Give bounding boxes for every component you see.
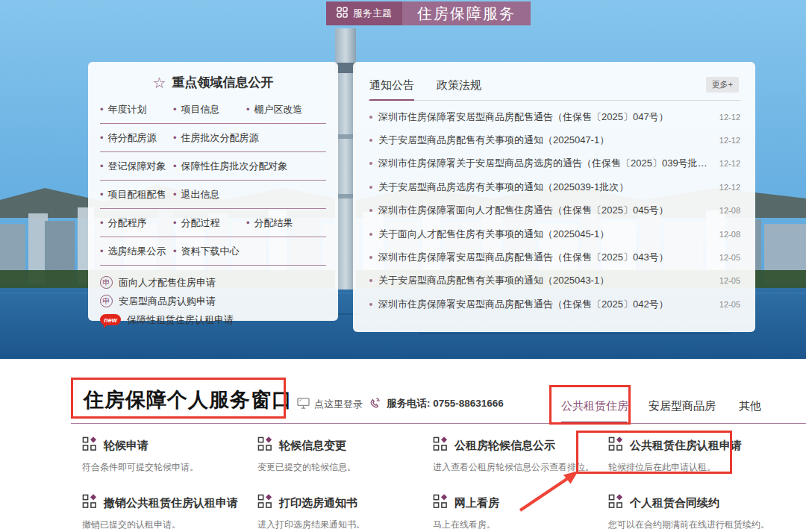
info-link[interactable]: •分配结果 [246, 216, 319, 230]
notice-title: 深圳市住房保障署安居型商品房配售通告（住保售〔2025〕043号） [378, 251, 710, 264]
service-print-notice[interactable]: 打印选房通知书 进入打印选房结果通知书。 [257, 494, 433, 531]
page-title: 住房保障服务 [402, 1, 531, 25]
info-link[interactable]: •登记保障对象 [100, 160, 173, 173]
notice-date: 12-12 [719, 136, 740, 145]
grid-diamond-icon [257, 436, 272, 454]
bullet-icon: • [100, 217, 104, 228]
info-link[interactable]: •分配程序 [100, 216, 173, 230]
grid-diamond-icon [257, 494, 272, 512]
notice-item[interactable]: 深圳市住房保障署安居型商品房配售通告（住保售〔2025〕047号）12-12 [368, 105, 740, 128]
bullet-icon: • [100, 160, 104, 172]
tab-policies[interactable]: 政策法规 [437, 78, 481, 93]
info-row: •待分配房源 •住房批次分配房源 [100, 124, 326, 152]
info-link[interactable]: •待分配房源 [100, 131, 173, 145]
apply-circle-icon: 申 [100, 295, 113, 307]
info-link[interactable]: •棚户区改造 [246, 103, 319, 116]
bullet-icon: • [100, 189, 104, 200]
tab-anju-commodity[interactable]: 安居型商品房 [649, 399, 716, 413]
bullet-icon: • [100, 245, 104, 257]
bullet-icon [369, 256, 372, 259]
nav-service-topic[interactable]: 服务主题 [326, 1, 402, 25]
apply-link-anju-housing[interactable]: 申 安居型商品房认购申请 [100, 292, 326, 310]
apply-link-rental-housing[interactable]: new 保障性租赁住房认租申请 [100, 310, 326, 329]
notice-date: 12-08 [719, 206, 740, 215]
annotation-box-service [576, 431, 732, 474]
notice-date: 12-12 [719, 183, 740, 192]
info-row: •选房结果公示 •资料下载中心 [100, 237, 326, 266]
notice-title: 深圳市住房保障署关于安居型商品房选房的通告（住保售〔2025〕039号批次） [378, 157, 710, 170]
bullet-icon [369, 139, 372, 142]
info-link[interactable]: •选房结果公示 [100, 245, 173, 258]
login-link[interactable]: 点这里登录 [297, 398, 363, 411]
key-info-panel: ☆ 重点领域信息公开 •年度计划 •项目信息 •棚户区改造 •待分配房源 •住房… [88, 62, 338, 321]
bullet-icon [369, 233, 372, 236]
info-link[interactable]: •年度计划 [100, 103, 173, 116]
bullet-icon: • [246, 104, 250, 115]
nav-menu-label: 服务主题 [353, 7, 392, 20]
notice-title: 关于安居型商品房配售有关事项的通知（2025043-1） [378, 274, 710, 287]
info-link[interactable]: •保障性住房批次分配对象 [173, 160, 288, 173]
service-waitlist-change[interactable]: 轮候信息变更 变更已提交的轮候信息。 [257, 436, 433, 474]
notice-title: 深圳市住房保障署安居型商品房配售通告（住保售〔2025〕042号） [378, 298, 710, 311]
notice-item[interactable]: 关于安居型商品房配售有关事项的通知（2025047-1）12-12 [368, 128, 740, 151]
bullet-icon: • [100, 104, 104, 115]
bullet-icon: • [173, 160, 177, 172]
info-link[interactable]: •项目配租配售 [100, 188, 173, 201]
notice-item[interactable]: 关于安居型商品房配售有关事项的通知（2025043-1）12-05 [368, 269, 740, 292]
bullet-icon: • [246, 217, 250, 228]
bullet-icon: • [173, 189, 177, 200]
info-row: •项目配租配售 •退出信息 [100, 181, 326, 209]
monitor-icon [297, 398, 310, 411]
bullet-icon [369, 162, 372, 165]
service-contract-renewal[interactable]: 个人租赁合同续约 您可以在合约期满前在线进行租赁续约。 [608, 494, 784, 531]
bullet-icon [369, 209, 372, 212]
notice-item[interactable]: 深圳市住房保障署关于安居型商品房选房的通告（住保售〔2025〕039号批次）12… [368, 152, 740, 175]
info-row: •年度计划 •项目信息 •棚户区改造 [100, 96, 326, 124]
notice-item[interactable]: 深圳市住房保障署面向人才配售住房通告（住保售〔2025〕045号）12-08 [368, 199, 740, 222]
notice-item[interactable]: 关于面向人才配售住房有关事项的通知（2025045-1）12-08 [368, 222, 740, 245]
notice-item[interactable]: 深圳市住房保障署安居型商品房配售通告（住保售〔2025〕043号）12-05 [368, 245, 740, 269]
info-row: •分配程序 •分配过程 •分配结果 [100, 209, 326, 237]
info-panel-header: ☆ 重点领域信息公开 [100, 74, 326, 91]
info-link[interactable]: •分配过程 [173, 216, 246, 230]
more-button[interactable]: 更多+ [706, 77, 739, 93]
apply-link-talent-housing[interactable]: 申 面向人才配售住房申请 [100, 273, 326, 292]
grid-diamond-icon [82, 436, 97, 454]
notice-date: 12-08 [719, 230, 740, 239]
notice-title: 关于安居型商品房选房有关事项的通知（2025039-1批次） [378, 181, 710, 194]
notice-date: 12-12 [719, 113, 740, 122]
bullet-icon: • [173, 104, 177, 115]
notice-item[interactable]: 深圳市住房保障署安居型商品房配售通告（住保售〔2025〕042号）12-05 [368, 292, 740, 316]
grid-diamond-icon [608, 494, 623, 512]
apply-circle-icon: 申 [100, 276, 113, 289]
section-divider [71, 423, 806, 424]
notice-item[interactable]: 关于安居型商品房选房有关事项的通知（2025039-1批次）12-12 [368, 175, 740, 198]
notice-tabs: 通知公告 政策法规 更多+ [368, 74, 740, 101]
bullet-icon [369, 116, 372, 119]
bullet-icon: • [173, 245, 177, 257]
tab-other[interactable]: 其他 [739, 399, 761, 413]
page: 服务主题 住房保障服务 ☆ 重点领域信息公开 •年度计划 •项目信息 •棚户区改… [0, 0, 806, 532]
notice-date: 12-12 [719, 159, 740, 168]
info-link[interactable]: •项目信息 [173, 103, 246, 116]
bullet-icon [369, 186, 372, 189]
grid-diamond-icon [82, 494, 97, 512]
info-link[interactable]: •住房批次分配房源 [173, 131, 259, 145]
new-badge: new [100, 314, 121, 325]
bullet-icon: • [173, 132, 177, 143]
info-link[interactable]: •资料下载中心 [173, 245, 246, 258]
bullet-icon [369, 303, 372, 306]
phone-icon [369, 396, 381, 411]
info-link[interactable]: •退出信息 [173, 188, 246, 201]
notice-title: 关于安居型商品房配售有关事项的通知（2025047-1） [378, 134, 710, 147]
service-online-viewing[interactable]: 网上看房 马上在线看房。 [433, 494, 608, 531]
grid-diamond-icon [433, 436, 448, 454]
tab-notices[interactable]: 通知公告 [369, 78, 414, 101]
notice-list: 深圳市住房保障署安居型商品房配售通告（住保售〔2025〕047号）12-12 关… [368, 105, 740, 316]
notice-date: 12-05 [719, 276, 740, 285]
service-cancel-rental-apply[interactable]: 撤销公共租赁住房认租申请 撤销已提交的认租申请。 [82, 494, 257, 531]
notice-title: 关于面向人才配售住房有关事项的通知（2025045-1） [378, 228, 710, 241]
service-phone: 服务电话: 0755-88631666 [369, 396, 504, 411]
grid-diamond-icon [433, 494, 448, 512]
service-waitlist-apply[interactable]: 轮候申请 符合条件即可提交轮候申请。 [82, 436, 257, 474]
